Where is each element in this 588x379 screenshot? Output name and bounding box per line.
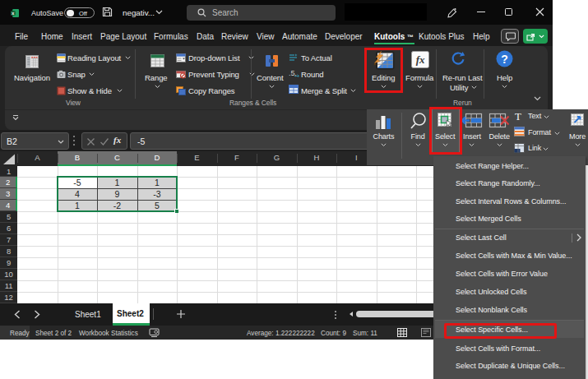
- svg-text:fx: fx: [416, 53, 425, 66]
- svg-text:?: ?: [501, 53, 507, 66]
